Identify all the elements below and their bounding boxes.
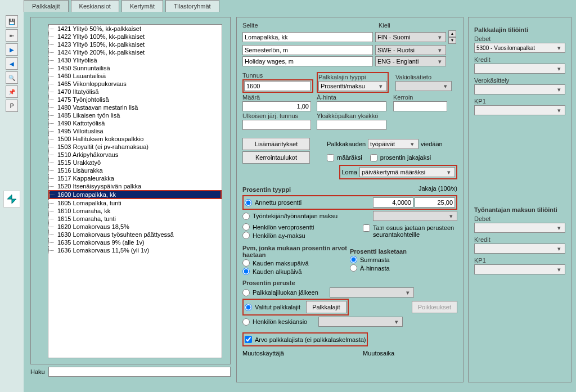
kieli-select[interactable]: SWE - Ruotsi▾	[375, 45, 446, 55]
down-button[interactable]: ▾	[448, 37, 456, 44]
arvo-checkbox[interactable]	[245, 336, 252, 343]
tree-item[interactable]: 1495 Villoituslisä	[48, 127, 222, 135]
tree-item[interactable]: 1516 Lisäurakka	[48, 166, 222, 174]
maara-input[interactable]	[242, 101, 311, 111]
kp1-2-select[interactable]: ▾	[474, 264, 565, 274]
tree-item[interactable]: 1421 Ylityö 50%, kk-palkkaiset	[48, 25, 222, 33]
tab-keskiansiot[interactable]: Keskiansiot	[71, 0, 119, 12]
tree-item[interactable]: 1422 Ylityö 100%, kk-palkkaiset	[48, 33, 222, 40]
tyontekijan-radio[interactable]	[242, 213, 250, 220]
pin-icon[interactable]: 📌	[6, 85, 18, 98]
tree-item[interactable]: 1503 Royaltit (ei pv-rahamaksua)	[48, 143, 222, 151]
selite-input[interactable]	[242, 32, 373, 42]
tree-item[interactable]: 1605 Lomapalkka, tunti	[48, 199, 222, 207]
kerroin-input[interactable]	[393, 101, 447, 111]
kredit2-select[interactable]: ▾	[474, 244, 565, 254]
valitut-radio[interactable]	[245, 304, 252, 311]
henkilon-vero-radio[interactable]	[242, 223, 250, 231]
p-button[interactable]: P	[6, 100, 18, 112]
tyyppi-select[interactable]: Prosentti/maksu▾	[318, 81, 387, 91]
maaraksi-checkbox[interactable]	[327, 154, 334, 161]
tree-item[interactable]: 1423 Ylityö 150%, kk-palkkaiset	[48, 40, 222, 48]
debet-select[interactable]: 5300 - Vuosilomapalkat▾	[474, 43, 565, 53]
henkilon-ay-radio[interactable]	[242, 232, 250, 239]
kauden-maksu-radio[interactable]	[242, 259, 250, 267]
chevron-down-icon: ▾	[445, 169, 453, 176]
verokasittely-label: Verokäsittely	[474, 77, 565, 84]
poikkeukset-button[interactable]: Poikkeukset	[412, 301, 457, 313]
tyontekijan-select[interactable]: ▾	[373, 211, 457, 221]
save-icon[interactable]: 💾	[6, 15, 18, 28]
tree-item[interactable]: 1470 Iltatyölisä	[48, 88, 222, 96]
tyontekijan-label: Työntekijän/työnantajan maksu	[253, 213, 338, 219]
palkkalajiluokan-radio[interactable]	[242, 289, 250, 296]
tree-item[interactable]: 1510 Arkipyhäkorvaus	[48, 151, 222, 159]
verokasittely-select[interactable]: ▾	[474, 84, 565, 94]
palkkalaji-tree[interactable]: 1421 Ylityö 50%, kk-palkkaiset1422 Ylity…	[48, 24, 222, 358]
tree-item[interactable]: 1517 Kappaleurakka	[48, 174, 222, 182]
vakio-select[interactable]: ▾	[395, 81, 452, 91]
tab-palkkalajit[interactable]: Palkkalajit	[24, 0, 69, 12]
palkkakauden-select[interactable]: työpäivät▾	[368, 139, 418, 149]
tree-item[interactable]: 1620 Lomakorvaus 18,5%	[48, 223, 222, 231]
list-panel: 1421 Ylityö 50%, kk-palkkaiset1422 Ylity…	[30, 17, 231, 364]
tree-item[interactable]: 1475 Työnjohtolisä	[48, 96, 222, 103]
search-icon[interactable]: 🔍	[6, 71, 18, 84]
selite-input[interactable]	[242, 56, 373, 66]
kieli-select[interactable]: FIN - Suomi▾	[375, 32, 446, 42]
henkilon-keski-select[interactable]: ▾	[318, 317, 403, 327]
yksikko-input[interactable]	[317, 120, 386, 130]
up-button[interactable]: ▴	[448, 30, 456, 37]
debet2-select[interactable]: ▾	[474, 223, 565, 233]
annettu-val1-input[interactable]	[373, 197, 413, 208]
tree-item[interactable]: 1485 Likaisen työn lisä	[48, 111, 222, 119]
tree-item[interactable]: 1630 Lomakorvaus työsuhteen päättyessä	[48, 231, 222, 238]
lisamaaritykset-button[interactable]: Lisämääritykset	[242, 138, 310, 150]
tan-osuus-checkbox[interactable]	[363, 224, 370, 232]
kredit-select[interactable]: ▾	[474, 64, 565, 74]
selite-input[interactable]	[242, 45, 373, 55]
tree-item[interactable]: 1500 Hallituksen kokouspalkkio	[48, 135, 222, 143]
prosentin-jakajaksi-checkbox[interactable]	[370, 154, 377, 161]
tree-item[interactable]: 1515 Urakkatyö	[48, 159, 222, 166]
ulkoinen-label: Ulkoisen järj. tunnus	[242, 112, 313, 119]
annettu-val2-input[interactable]	[415, 197, 455, 208]
tab-kertymat[interactable]: Kertymät	[122, 0, 163, 12]
ahinnasta-radio[interactable]	[350, 264, 357, 272]
tree-item[interactable]: 1615 Lomaraha, tunti	[48, 215, 222, 223]
chevron-down-icon: ▾	[447, 213, 455, 220]
tree-item[interactable]: 1480 Vastaavan mestarin lisä	[48, 103, 222, 111]
ulkoinen-input[interactable]	[242, 120, 311, 130]
kauden-alku-radio[interactable]	[242, 268, 250, 275]
tree-item[interactable]: 1635 Lomakorvaus 9% (alle 1v)	[48, 238, 222, 246]
tree-item[interactable]: 1450 Sunnuntailisä	[48, 64, 222, 72]
kieli-select[interactable]: ENG - Englanti▾	[375, 56, 446, 66]
tree-item[interactable]: 1610 Lomaraha, kk	[48, 207, 222, 215]
tree-item[interactable]: 1460 Lauantailisä	[48, 72, 222, 80]
tree-item[interactable]: 1430 Ylityölisä	[48, 56, 222, 64]
tree-item[interactable]: 1600 Lomapalkka, kk	[48, 190, 222, 199]
kerrointaulukot-button[interactable]: Kerrointaulukot	[242, 151, 310, 164]
loma-select[interactable]: päiväkertymä määräksi▾	[359, 167, 455, 177]
tree-item[interactable]: 1424 Ylityö 200%, kk-palkkaiset	[48, 48, 222, 56]
tree-item[interactable]: 1490 Kattotyölisä	[48, 119, 222, 127]
tree-item[interactable]: 1520 Itsenäisyyspäivän palkka	[48, 182, 222, 190]
haku-label: Haku	[30, 368, 45, 375]
exit-icon[interactable]: ⇤	[6, 29, 18, 42]
right-panel: Palkkalajin tiliöinti Debet 5300 - Vuosi…	[468, 17, 572, 382]
annettu-prosentti-radio[interactable]	[245, 199, 252, 206]
next-icon[interactable]: ▶	[6, 43, 18, 56]
tree-item[interactable]: 1636 Lomakorvaus 11,5% (yli 1v)	[48, 246, 222, 254]
tree-item[interactable]: 1465 Viikonloppukorvaus	[48, 80, 222, 88]
ahinta-input[interactable]	[317, 101, 386, 111]
ahinta-label: À-hinta	[317, 94, 389, 101]
palkkalajiluokan-select[interactable]: ▾	[330, 287, 414, 298]
summasta-radio[interactable]	[350, 256, 357, 263]
haku-input[interactable]	[48, 367, 231, 377]
tab-tilastoryhmat[interactable]: Tilastoryhmät	[165, 0, 219, 12]
palkkalajit-button[interactable]: Palkkalajit	[306, 301, 346, 313]
henkilon-keski-radio[interactable]	[242, 318, 250, 326]
tunnus-input[interactable]	[244, 81, 310, 91]
kp1-select[interactable]: ▾	[474, 105, 565, 115]
prev-icon[interactable]: ◀	[6, 57, 18, 70]
